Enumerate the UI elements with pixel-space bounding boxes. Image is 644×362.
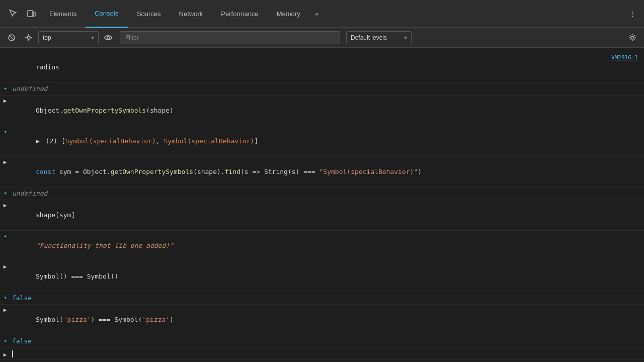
clear-console-button[interactable] [4, 30, 19, 45]
console-line: ◂ "Functionality that lib one added!" [0, 231, 644, 261]
tab-network[interactable]: Network [170, 0, 212, 28]
console-toolbar: top ▾ Default levels ▾ [0, 28, 644, 48]
tab-elements[interactable]: Elements [40, 0, 86, 28]
console-line: ◂ undefined [0, 188, 644, 200]
console-line: ◂ ▶ (2) [Symbol(specialBehavior), Symbol… [0, 126, 644, 157]
line-arrow[interactable]: ▶ [0, 305, 10, 313]
console-line: ◂ false [0, 292, 644, 305]
line-content: ▶ (2) [Symbol(specialBehavior), Symbol(s… [10, 127, 644, 156]
eye-icon-button[interactable] [101, 30, 116, 45]
console-line: ▶ shape[sym] [0, 200, 644, 231]
prompt-arrow: ▶ [0, 350, 10, 358]
line-arrow[interactable]: ▶ [0, 262, 10, 270]
svg-rect-0 [28, 11, 33, 17]
tab-performance[interactable]: Performance [212, 0, 267, 28]
line-content: Object.getOwnPropertySymbols(shape) [10, 96, 644, 125]
line-arrow[interactable]: ◂ [0, 231, 10, 239]
console-line: ▶ Symbol() === Symbol() [0, 261, 644, 292]
console-line: ▶ const sym = Object.getOwnPropertySymbo… [0, 157, 644, 188]
line-content: Symbol('pizza') === Symbol('pizza') [10, 305, 644, 334]
inspect-icon[interactable] [4, 5, 22, 23]
more-tabs-button[interactable]: » [309, 5, 325, 23]
svg-line-3 [10, 36, 14, 40]
console-line: ▶ Object.getOwnPropertySymbols(shape) [0, 96, 644, 126]
top-nav: Elements Console Sources Network Perform… [0, 0, 644, 28]
line-content: undefined [10, 83, 644, 95]
line-arrow[interactable]: ◂ [0, 127, 10, 135]
line-content: Symbol() === Symbol() [10, 262, 644, 291]
log-levels-selector[interactable]: Default levels ▾ [346, 31, 412, 44]
line-arrow[interactable]: ▶ [0, 157, 10, 165]
line-content: undefined [10, 188, 644, 199]
console-output: ◂ __proto__: Object ◂ undefined ▶ for (l… [0, 48, 644, 362]
tab-memory[interactable]: Memory [268, 0, 309, 28]
line-arrow[interactable]: ◂ [0, 83, 10, 92]
svg-point-11 [631, 36, 634, 39]
line-arrow[interactable]: ◂ [0, 293, 10, 301]
line-arrow[interactable]: ▶ [0, 96, 10, 104]
line-source[interactable]: VM2816:1 [609, 53, 644, 61]
console-line: ◂ undefined [0, 83, 644, 96]
line-arrow[interactable]: ▶ [0, 201, 10, 209]
line-content: shape[sym] [10, 201, 644, 230]
line-content: false [10, 293, 644, 304]
filter-input[interactable] [120, 31, 340, 44]
line-content: for (let item in shape) console.log(item… [10, 48, 644, 51]
cursor [12, 350, 13, 357]
filter-toggle-button[interactable] [21, 30, 36, 45]
devtools-menu-button[interactable]: ⋮ [625, 5, 640, 23]
line-content: const sym = Object.getOwnPropertySymbols… [10, 157, 644, 187]
line-arrow[interactable]: ◂ [0, 336, 10, 344]
svg-point-10 [107, 36, 110, 39]
console-settings-button[interactable] [625, 30, 640, 45]
console-line: ▶ for (let item in shape) console.log(it… [0, 48, 644, 52]
tab-sources[interactable]: Sources [128, 0, 170, 28]
line-arrow [0, 53, 10, 54]
line-content: false [10, 336, 644, 347]
device-icon[interactable] [22, 5, 40, 23]
line-arrow[interactable]: ◂ [0, 188, 10, 196]
context-selector[interactable]: top ▾ [38, 31, 99, 44]
line-content: radius [10, 53, 609, 82]
console-input[interactable] [10, 349, 15, 358]
tab-console[interactable]: Console [86, 0, 128, 28]
console-line: radius VM2816:1 [0, 52, 644, 83]
console-input-line[interactable]: ▶ [0, 348, 644, 360]
console-line: ◂ false [0, 335, 644, 348]
console-line: ▶ Symbol('pizza') === Symbol('pizza') [0, 305, 644, 335]
svg-rect-1 [33, 12, 35, 16]
svg-point-4 [27, 36, 30, 39]
line-content: "Functionality that lib one added!" [10, 231, 644, 260]
